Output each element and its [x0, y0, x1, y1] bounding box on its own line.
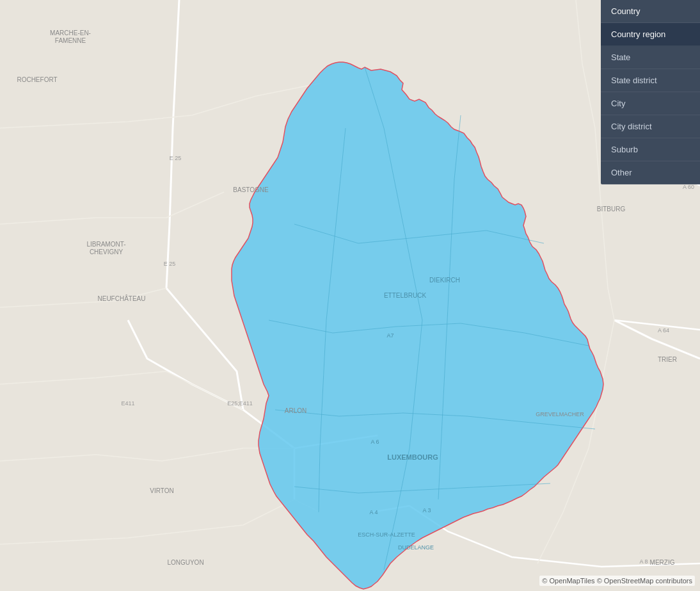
svg-text:VIRTON: VIRTON — [150, 487, 173, 494]
menu-item-other[interactable]: Other — [601, 161, 700, 184]
svg-text:GREVELMACHER: GREVELMACHER — [536, 411, 584, 417]
menu-item-suburb[interactable]: Suburb — [601, 138, 700, 161]
menu-item-country[interactable]: Country — [601, 0, 700, 23]
menu-item-state[interactable]: State — [601, 46, 700, 69]
svg-text:ESCH-SUR-ALZETTE: ESCH-SUR-ALZETTE — [358, 531, 415, 538]
svg-text:LONGUYON: LONGUYON — [167, 559, 203, 566]
svg-text:BASTOGNE: BASTOGNE — [233, 186, 269, 193]
svg-text:E 25: E 25 — [170, 155, 182, 161]
svg-text:NEUFCHÂTEAU: NEUFCHÂTEAU — [97, 295, 145, 302]
map-svg: MARCHE-EN- FAMENNE ROCHEFORT BASTOGNE LI… — [0, 0, 700, 591]
svg-text:A 6: A 6 — [370, 439, 379, 445]
menu-item-city[interactable]: City — [601, 92, 700, 115]
svg-text:LIBRAMONT-: LIBRAMONT- — [86, 241, 125, 248]
svg-text:ARLON: ARLON — [285, 407, 306, 414]
svg-text:ROCHEFORT: ROCHEFORT — [17, 76, 57, 83]
map-container[interactable]: MARCHE-EN- FAMENNE ROCHEFORT BASTOGNE LI… — [0, 0, 700, 591]
svg-text:MARCHE-EN-: MARCHE-EN- — [50, 29, 91, 36]
svg-text:TRIER: TRIER — [658, 356, 677, 363]
svg-text:A 8: A 8 — [639, 558, 648, 565]
svg-text:E 25: E 25 — [164, 261, 176, 267]
svg-text:A 60: A 60 — [683, 184, 694, 190]
svg-text:FAMENNE: FAMENNE — [55, 37, 86, 44]
dropdown-menu: Country Country region State State distr… — [601, 0, 700, 184]
svg-text:A 64: A 64 — [658, 327, 669, 334]
svg-text:E25;E411: E25;E411 — [227, 400, 253, 407]
svg-text:A 4: A 4 — [369, 509, 378, 515]
menu-item-city-district[interactable]: City district — [601, 115, 700, 138]
menu-item-state-district[interactable]: State district — [601, 69, 700, 92]
svg-text:A 3: A 3 — [422, 507, 431, 514]
svg-text:DIEKIRCH: DIEKIRCH — [429, 277, 460, 284]
svg-text:BITBURG: BITBURG — [597, 206, 626, 213]
svg-text:CHEVIGNY: CHEVIGNY — [90, 248, 123, 255]
svg-text:LUXEMBOURG: LUXEMBOURG — [387, 453, 438, 461]
menu-item-country-region[interactable]: Country region — [601, 23, 700, 46]
svg-text:A7: A7 — [386, 332, 394, 339]
svg-text:DUDELANGE: DUDELANGE — [398, 544, 434, 551]
svg-text:MERZIG: MERZIG — [650, 559, 675, 566]
svg-text:ETTELBRUCK: ETTELBRUCK — [384, 292, 426, 299]
svg-text:E411: E411 — [121, 400, 134, 407]
map-attribution: © OpenMapTiles © OpenStreetMap contribut… — [539, 576, 695, 586]
